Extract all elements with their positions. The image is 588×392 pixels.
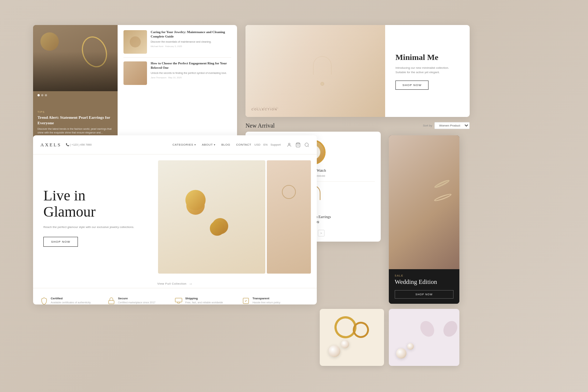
- hero-left: Live in Glamour Reach the perfect glamou…: [33, 154, 158, 279]
- feature-secure-text: Secure Certified marketplace since 2017: [118, 297, 155, 304]
- bottom-panel-ribbon: [389, 309, 459, 366]
- blog-main-title: Trend Alert: Statement Pearl Earrings fo…: [37, 115, 113, 126]
- minimal-image: COLLECTION: [245, 25, 385, 117]
- view-collection-text: View Full Collection: [157, 282, 187, 285]
- feature-shipping-title: Shipping: [185, 297, 223, 300]
- hero-title: Live in Glamour: [43, 188, 148, 220]
- hand-bg: [389, 135, 459, 269]
- search-icon[interactable]: [304, 142, 309, 147]
- blog-article-2[interactable]: How to Choose the Perfect Engagement Rin…: [123, 61, 231, 89]
- feature-secure-desc: Certified marketplace since 2017: [118, 301, 155, 304]
- bottom-panel-pearls: [320, 309, 384, 366]
- site-nav: CATEGORIES ABOUT BLOG CONTACT: [172, 143, 251, 146]
- blog-main-image: [33, 25, 118, 91]
- feature-transparent-text: Transparent Hassle-free return policy: [252, 297, 280, 304]
- svg-rect-4: [109, 300, 114, 304]
- blog-article-1-author: Michael Kent: [151, 45, 164, 47]
- minimal-content: Minimal Me Introducing our new minimalis…: [385, 25, 470, 117]
- pagination-next[interactable]: >: [318, 230, 325, 236]
- blog-article-2-title: How to Choose the Perfect Engagement Rin…: [151, 61, 231, 70]
- blog-thumb-1: [123, 30, 147, 54]
- necklace-hero: [282, 185, 296, 199]
- ribbon-shape: [424, 316, 453, 335]
- cart-icon[interactable]: [295, 142, 301, 147]
- sort-by-label: Sort by: [423, 124, 432, 127]
- blog-dots: [33, 94, 118, 100]
- box-icon: [175, 297, 182, 304]
- site-icons: [287, 142, 309, 147]
- minimal-title: Minimal Me: [395, 53, 459, 62]
- blog-article-2-meta: Jane Thompson May 10, 2025: [151, 76, 231, 79]
- blog-panel: TIPS Trend Alert: Statement Pearl Earrin…: [33, 25, 237, 139]
- pearl-ribbon-2: [407, 343, 414, 350]
- support-label[interactable]: Support: [270, 143, 281, 146]
- hero-subtitle: Reach the perfect glamour style with our…: [43, 225, 148, 229]
- blog-article-2-date: May 10, 2025: [168, 76, 182, 79]
- wedding-title: Wedding Edition: [395, 278, 453, 286]
- ribbon-left: [417, 318, 437, 339]
- feature-shipping-text: Shipping Free, fast, and reliable worldw…: [185, 297, 223, 304]
- collection-label: COLLECTION: [251, 108, 277, 111]
- ring-deco-1: [186, 190, 206, 210]
- view-collection-bar[interactable]: View Full Collection →: [33, 279, 317, 288]
- hero-shop-btn[interactable]: SHOP NOW: [43, 237, 78, 247]
- blog-article-1[interactable]: Caring for Your Jewelry: Maintenance and…: [123, 30, 231, 58]
- wedding-shop-btn[interactable]: SHOP NOW: [395, 290, 453, 299]
- image-overlay: [245, 25, 385, 117]
- ring-deco-2: [212, 218, 228, 234]
- nav-about[interactable]: ABOUT: [202, 143, 215, 146]
- blog-article-1-meta: Michael Kent February 5, 2025: [151, 45, 231, 47]
- feature-secure: Secure Certified marketplace since 2017: [108, 297, 175, 304]
- blog-article-2-desc: Unlock the secrets to finding the perfec…: [151, 71, 231, 75]
- hero-title-line1: Live in: [43, 187, 85, 204]
- feature-certified: Certified Available certificates of auth…: [40, 297, 108, 304]
- lock-icon: [108, 297, 115, 304]
- blog-article-1-desc: Discover the essentials of maintenance a…: [151, 40, 231, 44]
- site-phone: 📞 ( +123 ) 456 7890: [66, 143, 92, 146]
- blog-thumb-2: [123, 61, 147, 85]
- feature-certified-desc: Available certificates of authenticity: [51, 301, 91, 304]
- site-hero: Live in Glamour Reach the perfect glamou…: [33, 154, 317, 279]
- pearl-2: [341, 340, 349, 348]
- blog-tag: TIPS: [37, 111, 113, 113]
- minimal-shop-btn[interactable]: SHOP NOW: [395, 81, 429, 90]
- pearl-ribbon: [396, 348, 406, 359]
- blog-article-1-title: Caring for Your Jewelry: Maintenance and…: [151, 30, 231, 39]
- ribbon-right: [441, 318, 459, 339]
- svg-point-2: [305, 143, 308, 146]
- svg-point-0: [288, 143, 290, 145]
- hero-title-line2: Glamour: [43, 203, 96, 220]
- blog-dot-3[interactable]: [45, 94, 47, 96]
- new-arrival-header: New Arrival Sort by Women Product: [245, 122, 470, 129]
- feature-transparent-desc: Hassle-free return policy: [252, 301, 280, 304]
- user-icon[interactable]: [287, 142, 292, 147]
- nav-contact[interactable]: CONTACT: [236, 143, 251, 146]
- blog-dot-2[interactable]: [41, 94, 43, 96]
- wedding-image: [389, 135, 459, 269]
- blog-right-column: Caring for Your Jewelry: Maintenance and…: [118, 25, 237, 139]
- feature-secure-title: Secure: [118, 297, 155, 300]
- svg-rect-5: [175, 298, 182, 302]
- site-features: Certified Available certificates of auth…: [33, 288, 317, 304]
- wedding-content: SALE Wedding Edition SHOP NOW: [389, 269, 459, 304]
- sort-dropdown[interactable]: Women Product: [434, 122, 470, 129]
- nav-blog[interactable]: BLOG: [221, 143, 230, 146]
- earring-decoration: [40, 32, 59, 51]
- nav-categories[interactable]: CATEGORIES: [172, 143, 196, 146]
- blog-article-1-content: Caring for Your Jewelry: Maintenance and…: [151, 30, 231, 54]
- website-panel: AXELS 📞 ( +123 ) 456 7890 CATEGORIES ABO…: [33, 135, 317, 304]
- hero-image-2: [267, 160, 311, 274]
- phone-number: ( +123 ) 456 7890: [70, 143, 92, 146]
- hero-right: [158, 154, 317, 279]
- feature-certified-title: Certified: [51, 297, 91, 300]
- new-arrival-title: New Arrival: [245, 122, 275, 129]
- currency-label[interactable]: USD: [254, 143, 261, 146]
- lang-label[interactable]: EN: [263, 143, 268, 146]
- check-icon: [242, 297, 250, 304]
- blog-dot-1[interactable]: [37, 94, 40, 96]
- site-currency-lang: USD EN Support: [254, 143, 281, 146]
- hero-image-1: [158, 160, 265, 274]
- blog-article-1-date: February 5, 2025: [165, 45, 182, 47]
- page-container: TIPS Trend Alert: Statement Pearl Earrin…: [0, 0, 588, 392]
- feature-transparent: Transparent Hassle-free return policy: [242, 297, 309, 304]
